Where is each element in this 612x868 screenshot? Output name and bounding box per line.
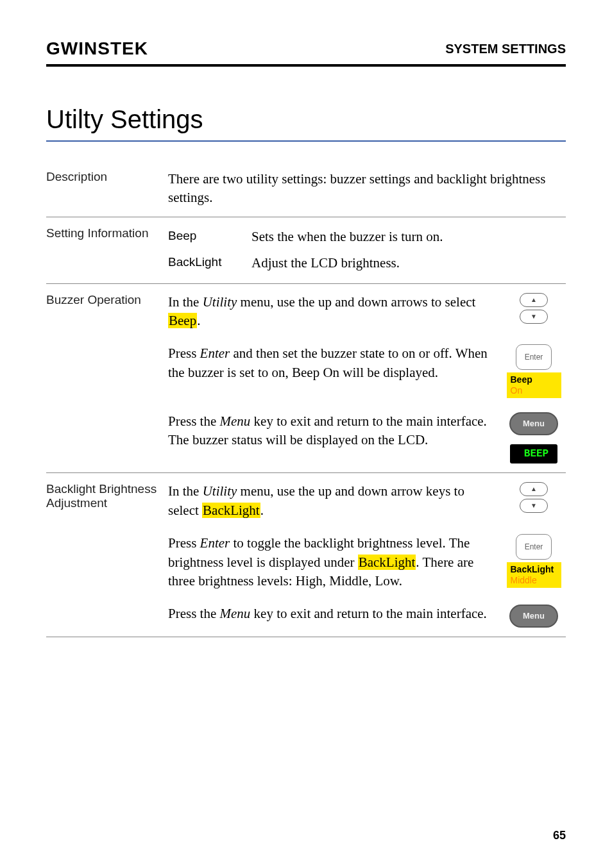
backlight-highlight: BackLight <box>202 503 260 518</box>
setting-info-label: Setting Information <box>46 226 168 274</box>
backlight-step-3: Press the Menu key to exit and return to… <box>168 605 566 628</box>
page-title: Utilty Settings <box>46 105 566 142</box>
up-arrow-icon: ▲ <box>520 482 548 496</box>
header-section-title: SYSTEM SETTINGS <box>445 42 566 56</box>
page-number: 65 <box>553 829 566 842</box>
backlight-label: Backlight Brightness Adjustment <box>46 482 168 628</box>
step-text: Press Enter and then set the buzzer stat… <box>168 344 489 382</box>
setting-row-backlight: BackLight Adjust the LCD brightness. <box>168 253 566 274</box>
logo: GWINSTEK <box>46 38 148 59</box>
backlight-highlight: BackLight <box>358 555 416 570</box>
enter-button-icon: Enter <box>516 534 552 560</box>
setting-name: Beep <box>168 228 251 246</box>
backlight-step-2: Press Enter to toggle the backlight brig… <box>168 534 566 590</box>
description-section: Description There are two utility settin… <box>46 161 566 217</box>
description-label: Description <box>46 170 168 208</box>
enter-button-icon: Enter <box>516 344 552 370</box>
up-arrow-icon: ▲ <box>520 293 548 307</box>
down-arrow-icon: ▼ <box>520 310 548 324</box>
backlight-step-1: In the Utility menu, use the up and down… <box>168 482 566 520</box>
buzzer-step-2: Press Enter and then set the buzzer stat… <box>168 344 566 398</box>
lcd-backlight-chip: BackLight Middle <box>507 562 561 588</box>
menu-button-icon: Menu <box>509 412 558 435</box>
buzzer-step-1: In the Utility menu, use the up and down… <box>168 293 566 331</box>
setting-row-beep: Beep Sets the when the buzzer is turn on… <box>168 226 566 247</box>
down-arrow-icon: ▼ <box>520 499 548 513</box>
buzzer-step-3: Press the Menu key to exit and return to… <box>168 412 566 463</box>
buzzer-operation-label: Buzzer Operation <box>46 293 168 464</box>
backlight-section: Backlight Brightness Adjustment In the U… <box>46 473 566 637</box>
setting-desc: Sets the when the buzzer is turn on. <box>251 228 566 246</box>
beep-highlight: Beep <box>168 313 197 328</box>
step-text: Press the Menu key to exit and return to… <box>168 605 489 623</box>
step-text: In the Utility menu, use the up and down… <box>168 482 489 520</box>
buzzer-operation-section: Buzzer Operation In the Utility menu, us… <box>46 284 566 474</box>
setting-desc: Adjust the LCD brightness. <box>251 254 566 272</box>
step-text: In the Utility menu, use the up and down… <box>168 293 489 331</box>
step-text: Press the Menu key to exit and return to… <box>168 412 489 450</box>
setting-info-section: Setting Information Beep Sets the when t… <box>46 217 566 284</box>
page-header: GWINSTEK SYSTEM SETTINGS <box>46 38 566 67</box>
lcd-beep-indicator: BEEP <box>510 444 557 463</box>
step-text: Press Enter to toggle the backlight brig… <box>168 534 489 590</box>
description-text: There are two utility settings: buzzer s… <box>168 170 566 208</box>
menu-button-icon: Menu <box>509 605 558 628</box>
lcd-beep-chip: Beep On <box>507 372 561 398</box>
setting-name: BackLight <box>168 254 251 272</box>
